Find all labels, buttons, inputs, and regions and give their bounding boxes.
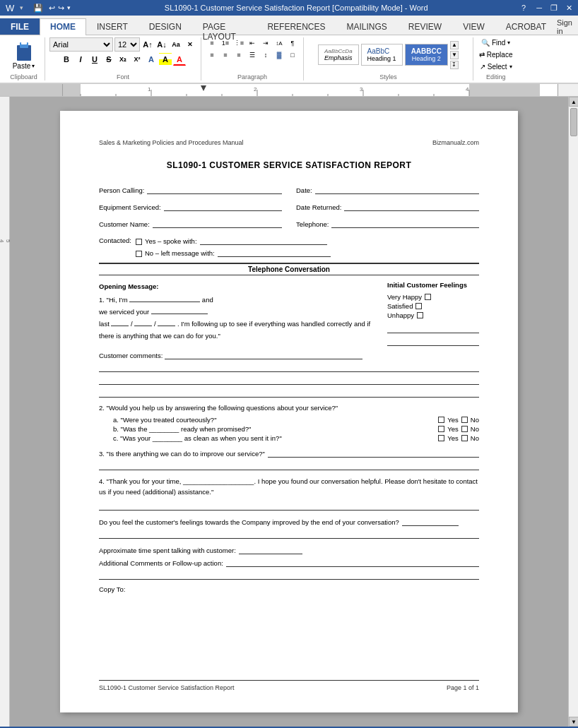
- very-happy-checkbox[interactable]: [425, 294, 431, 300]
- window-controls[interactable]: ? ─ ❐ ✕: [521, 4, 572, 13]
- tab-file[interactable]: FILE: [0, 18, 40, 35]
- date-y-line[interactable]: [158, 326, 175, 326]
- additional-comments-line[interactable]: [226, 557, 479, 567]
- scroll-thumb[interactable]: [570, 108, 577, 136]
- align-left-btn[interactable]: ≡: [206, 49, 218, 61]
- name-line[interactable]: [129, 302, 200, 302]
- feelings-line2[interactable]: [387, 336, 479, 346]
- underline-btn[interactable]: U: [88, 53, 101, 66]
- no-line[interactable]: [218, 247, 331, 257]
- justify-btn[interactable]: ☰: [246, 49, 259, 61]
- font-name-select[interactable]: Arial: [49, 37, 113, 52]
- q2a-yes-check[interactable]: [438, 417, 444, 423]
- tab-design[interactable]: DESIGN: [138, 18, 192, 35]
- italic-btn[interactable]: I: [74, 53, 87, 66]
- increase-indent-btn[interactable]: ⇥: [259, 37, 272, 49]
- align-center-btn[interactable]: ≡: [219, 49, 232, 61]
- style-emphasis[interactable]: AaBbCcDa Emphasis: [318, 44, 359, 65]
- person-calling-line[interactable]: [147, 184, 282, 194]
- date-line[interactable]: [315, 184, 479, 194]
- tab-view[interactable]: VIEW: [452, 18, 495, 35]
- q3-line2[interactable]: [99, 460, 479, 470]
- q3-line[interactable]: [268, 448, 479, 458]
- superscript-btn[interactable]: X²: [131, 53, 143, 66]
- align-right-btn[interactable]: ≡: [232, 49, 245, 61]
- multilevel-btn[interactable]: ⋮≡: [232, 37, 245, 49]
- strikethrough-btn[interactable]: S: [102, 53, 115, 66]
- font-size-select[interactable]: 12: [114, 37, 140, 52]
- subscript-btn[interactable]: X₂: [117, 53, 129, 66]
- q2b-no-check[interactable]: [461, 426, 468, 432]
- q2c-yes-check[interactable]: [438, 435, 444, 441]
- increase-font-btn[interactable]: A↑: [141, 38, 154, 51]
- unhappy-checkbox[interactable]: [417, 312, 423, 318]
- scroll-track[interactable]: [569, 107, 578, 717]
- quick-redo[interactable]: ↪: [58, 4, 64, 13]
- scrollbar-vertical[interactable]: ▲ ▼: [568, 97, 578, 727]
- q2c-no-check[interactable]: [461, 435, 468, 441]
- bold-btn[interactable]: B: [60, 53, 73, 66]
- find-btn[interactable]: 🔍 Find ▾: [480, 37, 512, 48]
- scroll-down-btn[interactable]: ▼: [569, 717, 578, 727]
- sign-in-btn[interactable]: Sign in: [557, 18, 572, 35]
- border-btn[interactable]: □: [286, 49, 299, 61]
- clear-format-btn[interactable]: ✕: [184, 38, 196, 51]
- paste-area[interactable]: Paste ▾: [13, 40, 35, 70]
- minimize-btn[interactable]: ─: [536, 4, 542, 13]
- tab-acrobat[interactable]: ACROBAT: [495, 18, 557, 35]
- change-case-btn[interactable]: Aa: [170, 38, 182, 51]
- telephone-line[interactable]: [331, 218, 479, 228]
- tab-references[interactable]: REFERENCES: [256, 18, 336, 35]
- no-checkbox[interactable]: [136, 251, 142, 257]
- yes-line[interactable]: [200, 235, 327, 245]
- do-you-feel-line2[interactable]: [99, 529, 479, 539]
- styles-scroll-down[interactable]: ▼: [450, 51, 459, 59]
- shading-btn[interactable]: ▓: [273, 49, 285, 61]
- line-spacing-btn[interactable]: ↕: [259, 49, 272, 61]
- font-color-btn[interactable]: A: [173, 53, 186, 66]
- date-m-line[interactable]: [111, 326, 129, 326]
- paste-btn[interactable]: [13, 40, 35, 62]
- decrease-indent-btn[interactable]: ⇤: [246, 37, 259, 49]
- q2b-yes-check[interactable]: [438, 426, 444, 432]
- satisfied-checkbox[interactable]: [415, 303, 422, 309]
- comments-line2[interactable]: [99, 362, 479, 372]
- paste-label[interactable]: Paste ▾: [13, 62, 35, 70]
- decrease-font-btn[interactable]: A↓: [155, 38, 168, 51]
- q4-line[interactable]: [99, 501, 479, 511]
- comments-inline-line[interactable]: [165, 359, 362, 359]
- tab-insert[interactable]: INSERT: [86, 18, 138, 35]
- additional-comments-line2[interactable]: [99, 570, 479, 580]
- help-icon[interactable]: ?: [521, 4, 526, 13]
- comments-line3[interactable]: [99, 375, 479, 385]
- date-returned-line[interactable]: [344, 201, 479, 211]
- tab-page-layout[interactable]: PAGE LAYOUT: [192, 18, 257, 35]
- approx-time-line[interactable]: [239, 544, 302, 554]
- quick-customize[interactable]: ▾: [67, 4, 71, 11]
- replace-btn[interactable]: ⇄ Replace: [478, 49, 514, 60]
- customer-name-line[interactable]: [153, 218, 282, 228]
- equipment-line[interactable]: [164, 201, 282, 211]
- date-d-line[interactable]: [134, 326, 152, 326]
- serviced-line[interactable]: [151, 314, 208, 314]
- comments-line4[interactable]: [99, 388, 479, 398]
- styles-more-btn[interactable]: ↧: [450, 61, 459, 69]
- numbering-btn[interactable]: 1≡: [219, 37, 232, 49]
- highlight-btn[interactable]: A: [159, 53, 172, 66]
- scroll-up-btn[interactable]: ▲: [569, 97, 578, 107]
- yes-checkbox[interactable]: [136, 239, 142, 245]
- tab-review[interactable]: REVIEW: [398, 18, 452, 35]
- show-para-btn[interactable]: ¶: [286, 37, 299, 49]
- text-effect-btn[interactable]: A: [145, 53, 158, 66]
- do-you-feel-line[interactable]: [402, 516, 459, 526]
- q2a-no-check[interactable]: [461, 417, 468, 423]
- restore-btn[interactable]: ❐: [550, 4, 558, 13]
- tab-mailings[interactable]: MAILINGS: [336, 18, 397, 35]
- style-heading1[interactable]: AaBbC Heading 1: [361, 44, 403, 66]
- quick-undo[interactable]: ↩: [49, 4, 55, 13]
- styles-scroll-up[interactable]: ▲: [450, 41, 459, 49]
- close-btn[interactable]: ✕: [566, 4, 572, 13]
- tab-home[interactable]: HOME: [40, 18, 86, 35]
- sort-btn[interactable]: ↕A: [273, 37, 285, 49]
- feelings-line1[interactable]: [387, 323, 479, 333]
